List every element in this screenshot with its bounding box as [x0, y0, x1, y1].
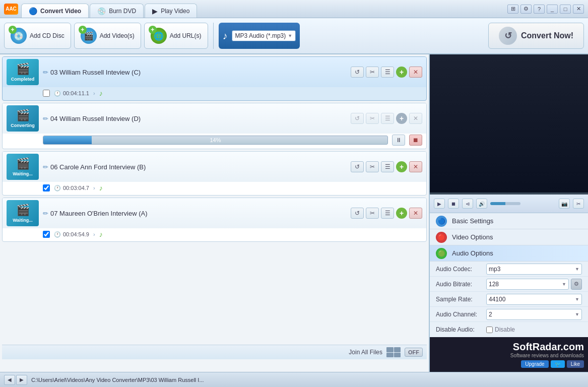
settings-icon[interactable]: ⚙ — [520, 5, 532, 14]
file-thumb-3: 🎬 Waiting... — [7, 154, 39, 180]
pencil-icon-3[interactable]: ✏ — [43, 163, 48, 171]
file-name-row-2: ✏ 04 William Russell Inteview (D) — [43, 115, 351, 122]
file-name-1: 03 William Russell Inteview (C) — [50, 69, 141, 76]
tab-play[interactable]: ▶ Play Video — [145, 4, 197, 18]
add-cd-button[interactable]: 💿 + Add CD Disc — [4, 23, 71, 49]
upgrade-button[interactable]: Upgrade — [521, 360, 548, 368]
file-list: 🎬 Completed ✏ 03 William Russell Intevie… — [0, 54, 429, 372]
convert-progress-row-2: 14% ⏸ ⏹ — [3, 134, 426, 149]
maximize-icon[interactable]: □ — [560, 5, 571, 14]
file-item-4: 🎬 Waiting... ✏ 07 Maureen O'Brien Interv… — [2, 198, 427, 242]
video-options-row[interactable]: 🔴 Video Options — [430, 229, 588, 245]
joinall-toggle[interactable]: OFF — [405, 348, 423, 357]
file-checkbox-4[interactable] — [43, 231, 50, 238]
refresh-btn-3[interactable]: ↺ — [351, 161, 364, 172]
dropdown-arrow-icon: ▼ — [288, 33, 292, 38]
stop-button[interactable]: ⏹ — [448, 199, 459, 209]
list-btn-4[interactable]: ☰ — [381, 208, 394, 219]
format-selector: ♪ MP3 Audio (*.mp3) ▼ — [219, 23, 300, 49]
watermark-area: SoftRadar.com Software reviews and downl… — [430, 337, 588, 372]
help-icon[interactable]: ? — [534, 5, 545, 14]
refresh-btn-2: ↺ — [351, 113, 364, 124]
file-checkbox-3[interactable] — [43, 184, 50, 191]
volume-slider[interactable] — [490, 202, 520, 205]
close-btn-1[interactable]: ✕ — [409, 67, 422, 78]
volume-icon[interactable]: 🔊 — [476, 199, 487, 209]
bitrate-dropdown-arrow: ▼ — [562, 282, 566, 287]
sample-rate-dropdown-arrow: ▼ — [575, 297, 579, 302]
music-icon-3: ♪ — [99, 184, 103, 192]
status-completed: Completed — [11, 77, 35, 82]
stop-btn-2[interactable]: ⏹ — [409, 135, 422, 146]
pencil-icon-2[interactable]: ✏ — [43, 115, 48, 122]
file-checkbox-1[interactable] — [43, 90, 50, 97]
file-item-1: 🎬 Completed ✏ 03 William Russell Intevie… — [2, 56, 427, 101]
audio-options-label: Audio Options — [452, 249, 493, 257]
add-video-plus-icon: + — [79, 26, 87, 34]
audio-channel-value: 2 — [489, 311, 492, 318]
statusbar-nav: ◀ ▶ — [4, 375, 27, 385]
close-btn-4[interactable]: ✕ — [409, 208, 422, 219]
play-button[interactable]: ▶ — [434, 199, 445, 209]
close-icon[interactable]: ✕ — [573, 5, 584, 14]
list-btn-1[interactable]: ☰ — [381, 67, 394, 78]
scissors-button[interactable]: ✂ — [573, 199, 584, 209]
convert-now-button[interactable]: ↺ Convert Now! — [488, 23, 584, 49]
close-btn-3[interactable]: ✕ — [409, 161, 422, 172]
music-icon-1: ♪ — [99, 89, 103, 97]
snapshot-button[interactable]: 📷 — [559, 199, 570, 209]
sample-rate-select[interactable]: 44100 ▼ — [486, 294, 582, 305]
pause-btn-2[interactable]: ⏸ — [392, 135, 405, 146]
refresh-btn-1[interactable]: ↺ — [351, 67, 364, 78]
add-btn-2: + — [396, 113, 407, 124]
tab-burn[interactable]: 💿 Burn DVD — [90, 4, 144, 18]
add-btn-1[interactable]: + — [396, 67, 407, 78]
pencil-icon-4[interactable]: ✏ — [43, 210, 48, 217]
file-actions-3: ↺ ✂ ☰ + ✕ — [351, 161, 422, 172]
add-btn-4[interactable]: + — [396, 208, 407, 219]
facebook-button[interactable]: Like — [567, 360, 584, 368]
basic-settings-row[interactable]: 🔵 Basic Settings — [430, 213, 588, 229]
audio-bitrate-row: Audio Bitrate: 128 ▼ ⚙ — [430, 277, 588, 292]
list-btn-3[interactable]: ☰ — [381, 161, 394, 172]
add-video-button[interactable]: 🎬 + Add Video(s) — [74, 23, 141, 49]
tab-convert[interactable]: 🔵 Convert Video — [21, 4, 89, 18]
progress-text-2: 14% — [210, 137, 221, 143]
status-converting: Converting — [11, 123, 35, 128]
file-duration-3: 🕐 00:03:04.7 — [54, 185, 89, 191]
file-thumb-1: 🎬 Completed — [7, 59, 39, 85]
film-icon-1: 🎬 — [16, 62, 30, 76]
film-icon-4: 🎬 — [16, 204, 30, 217]
minimize-icon[interactable]: _ — [547, 5, 558, 14]
file-name-row-1: ✏ 03 William Russell Inteview (C) — [43, 69, 351, 76]
audio-codec-row: Audio Codec: mp3 ▼ — [430, 262, 588, 277]
twitter-button[interactable]: 🐦 — [551, 360, 565, 368]
pencil-icon-1[interactable]: ✏ — [43, 69, 48, 76]
audio-codec-select[interactable]: mp3 ▼ — [486, 264, 582, 275]
file-name-4: 07 Maureen O'Brien Interview (A) — [50, 210, 148, 217]
audio-bitrate-select[interactable]: 128 ▼ — [486, 279, 569, 290]
watermark: SoftRadar.com Software reviews and downl… — [510, 341, 584, 368]
refresh-btn-4[interactable]: ↺ — [351, 208, 364, 219]
file-header-2: 🎬 Converting ✏ 04 William Russell Intevi… — [3, 103, 426, 134]
cut-btn-1[interactable]: ✂ — [366, 67, 379, 78]
statusbar-path: C:\Users\Ariel\Videos\Any Video Converte… — [31, 377, 584, 383]
audio-channel-select[interactable]: 2 ▼ — [486, 309, 582, 320]
add-url-button[interactable]: 🌐 + Add URL(s) — [144, 23, 208, 49]
bitrate-settings-btn[interactable]: ⚙ — [571, 279, 582, 290]
cut-btn-4[interactable]: ✂ — [366, 208, 379, 219]
file-details-3: 🕐 00:03:04.7 › ♪ — [3, 182, 426, 195]
statusbar-forward-btn[interactable]: ▶ — [16, 375, 27, 385]
statusbar-back-btn[interactable]: ◀ — [4, 375, 15, 385]
file-header-4: 🎬 Waiting... ✏ 07 Maureen O'Brien Interv… — [3, 198, 426, 228]
cut-btn-3[interactable]: ✂ — [366, 161, 379, 172]
titlebar: AAC 🔵 Convert Video 💿 Burn DVD ▶ Play Vi… — [0, 0, 588, 18]
right-panel: ▶ ⏹ ⊲ 🔊 📷 ✂ 🔵 Basic Settings 🔴 Video Opt… — [429, 54, 588, 372]
restore-icon[interactable]: ⊞ — [507, 5, 518, 14]
prev-frame-button[interactable]: ⊲ — [462, 199, 473, 209]
disable-audio-checkbox[interactable] — [486, 327, 493, 333]
format-dropdown[interactable]: MP3 Audio (*.mp3) ▼ — [232, 30, 296, 41]
disable-audio-row: Disable Audio: Disable — [430, 322, 588, 337]
add-btn-3[interactable]: + — [396, 161, 407, 172]
audio-options-row[interactable]: 🟢 Audio Options — [430, 245, 588, 262]
